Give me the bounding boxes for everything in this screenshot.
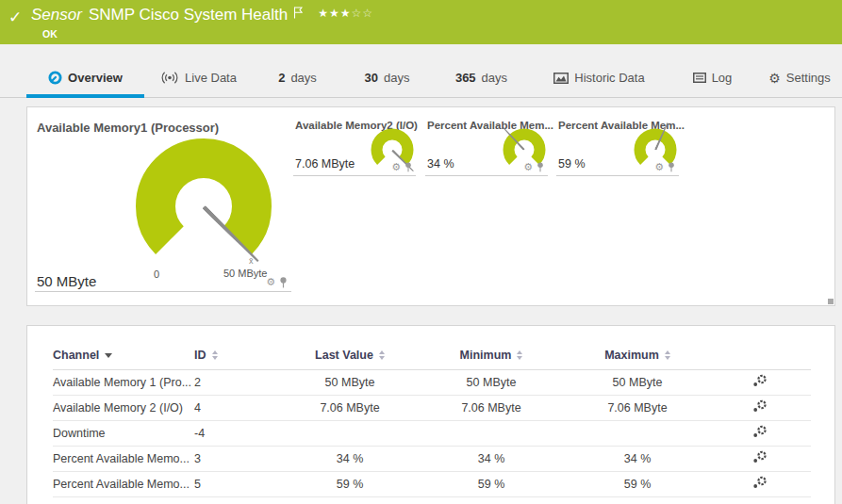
channel-minimum: 59 % xyxy=(416,471,567,496)
tab-2-days[interactable]: 2 days xyxy=(253,58,342,97)
tab-log[interactable]: Log xyxy=(668,58,757,97)
stars-empty: ☆☆ xyxy=(351,7,373,20)
table-row[interactable]: Percent Available Memo... 5 59 % 59 % 59… xyxy=(53,471,811,496)
gauge-card-available-memory1[interactable]: Available Memory1 (Processor) x̄ 0 50 MB… xyxy=(35,115,291,292)
channel-id: 4 xyxy=(194,395,284,420)
gauge-settings-gear-icon[interactable]: ⚙ xyxy=(523,163,533,172)
tab-label: days xyxy=(384,71,409,85)
column-header-channel[interactable]: Channel xyxy=(53,341,194,369)
channel-name: Percent Available Memo... xyxy=(53,446,194,471)
channel-maximum: 7.06 MByte xyxy=(567,395,708,420)
channel-maximum xyxy=(567,420,708,446)
channel-settings-button[interactable] xyxy=(752,399,768,413)
tab-365-days[interactable]: 365 days xyxy=(432,58,531,97)
tab-label: days xyxy=(290,71,316,85)
tab-label: Overview xyxy=(68,71,123,85)
prtg-sensor-page: ✓ Sensor SNMP Cisco System Health ★★★☆☆ … xyxy=(0,0,842,98)
channel-name: Available Memory 2 (I/O) xyxy=(53,395,194,420)
gauge-arc xyxy=(345,107,439,192)
channel-name: Downtime xyxy=(53,420,194,446)
gauge-value: 50 MByte xyxy=(37,273,96,289)
column-header-maximum[interactable]: Maximum xyxy=(567,341,708,369)
tab-label: Live Data xyxy=(185,71,237,85)
tab-label: days xyxy=(482,71,507,85)
tab-label: Log xyxy=(712,71,733,85)
sort-icon xyxy=(212,350,218,360)
gauge-scale-min: 0 xyxy=(154,268,159,280)
gauge-icon xyxy=(48,71,62,85)
channel-settings-button[interactable] xyxy=(752,425,768,438)
tab-historic-data[interactable]: Historic Data xyxy=(531,58,668,97)
gear-icon: ⚙ xyxy=(768,71,781,86)
object-kind-label: Sensor xyxy=(31,6,82,24)
table-header-row: Channel ID Last Value Minimum Maximum xyxy=(53,341,811,369)
stars-filled: ★★★ xyxy=(318,7,351,20)
channel-maximum: 50 MByte xyxy=(567,369,708,395)
channels-table: Channel ID Last Value Minimum Maximum Av… xyxy=(53,341,811,497)
channel-settings-button[interactable] xyxy=(752,476,768,489)
gauges-panel: Available Memory1 (Processor) x̄ 0 50 MB… xyxy=(26,106,835,306)
tab-overview[interactable]: Overview xyxy=(26,58,144,97)
channel-id: 5 xyxy=(194,471,284,496)
sort-icon xyxy=(379,350,385,360)
pin-icon[interactable] xyxy=(537,162,544,172)
channel-last-value: 34 % xyxy=(284,446,416,471)
channel-minimum: 34 % xyxy=(416,446,567,471)
channel-id: -4 xyxy=(194,420,284,446)
pin-icon[interactable] xyxy=(279,277,288,288)
pin-icon[interactable] xyxy=(404,162,412,172)
column-header-id[interactable]: ID xyxy=(194,341,284,369)
sort-icon xyxy=(517,350,522,360)
gauge-settings-gear-icon[interactable]: ⚙ xyxy=(266,278,275,287)
pin-icon[interactable] xyxy=(668,162,675,172)
channel-last-value: 59 % xyxy=(284,471,416,496)
gauge-settings-gear-icon[interactable]: ⚙ xyxy=(654,163,664,172)
column-header-last-value[interactable]: Last Value xyxy=(284,341,416,369)
sensor-header: ✓ Sensor SNMP Cisco System Health ★★★☆☆ … xyxy=(0,0,842,44)
gauge-card-available-memory2[interactable]: Available Memory2 (I/O) 7.06 MByte ⚙ xyxy=(293,116,416,176)
sensor-title: SNMP Cisco System Health xyxy=(89,6,288,24)
channel-last-value: 50 MByte xyxy=(284,369,416,395)
table-row[interactable]: Percent Available Memo... 3 34 % 34 % 34… xyxy=(53,446,811,471)
channel-minimum: 50 MByte xyxy=(416,369,567,395)
log-icon xyxy=(693,73,706,83)
channel-settings-button[interactable] xyxy=(752,374,768,387)
gauge-scale-max: 50 MByte xyxy=(223,268,267,279)
channel-settings-button[interactable] xyxy=(752,450,768,463)
average-marker: x̄ xyxy=(249,256,254,266)
tab-settings[interactable]: ⚙ Settings xyxy=(757,58,842,97)
channel-maximum: 34 % xyxy=(567,446,708,471)
status-ok-check-icon: ✓ xyxy=(8,8,22,27)
priority-stars[interactable]: ★★★☆☆ xyxy=(318,7,373,20)
column-header-minimum[interactable]: Minimum xyxy=(416,341,567,369)
sort-desc-icon xyxy=(105,353,112,358)
panel-resize-handle[interactable] xyxy=(828,299,834,304)
channel-minimum: 7.06 MByte xyxy=(416,395,567,420)
table-row[interactable]: Downtime -4 xyxy=(53,420,811,446)
table-row[interactable]: Available Memory 1 (Pro... 2 50 MByte 50… xyxy=(53,369,811,395)
tab-bar: Overview Live Data 2 days 30 days 365 da… xyxy=(0,58,842,98)
broadcast-icon xyxy=(160,72,179,84)
gauge-card-percent-available-memory-1[interactable]: Percent Available Mem... 34 % ⚙ xyxy=(425,116,548,176)
column-header-actions xyxy=(708,341,811,369)
channel-last-value xyxy=(284,420,416,446)
gauge-title: Available Memory1 (Processor) xyxy=(37,121,219,135)
channel-id: 3 xyxy=(194,446,284,471)
table-row[interactable]: Available Memory 2 (I/O) 4 7.06 MByte 7.… xyxy=(53,395,811,420)
channel-id: 2 xyxy=(194,369,284,395)
channel-minimum xyxy=(416,420,567,446)
gauge-card-percent-available-memory-2[interactable]: Percent Available Mem... 59 % ⚙ xyxy=(556,116,679,176)
tab-30-days[interactable]: 30 days xyxy=(342,58,432,97)
tab-label: Settings xyxy=(786,71,831,85)
status-badge: OK xyxy=(42,28,58,40)
channel-name: Percent Available Memo... xyxy=(53,471,194,496)
channel-maximum: 59 % xyxy=(567,471,708,496)
flag-icon[interactable] xyxy=(293,7,303,19)
channels-panel: Channel ID Last Value Minimum Maximum Av… xyxy=(26,325,835,504)
tab-live-data[interactable]: Live Data xyxy=(144,58,253,97)
chart-icon xyxy=(553,73,569,84)
sort-icon xyxy=(665,350,670,360)
gauge-settings-gear-icon[interactable]: ⚙ xyxy=(391,163,401,172)
tab-label: Historic Data xyxy=(574,71,644,85)
channel-last-value: 7.06 MByte xyxy=(284,395,416,420)
